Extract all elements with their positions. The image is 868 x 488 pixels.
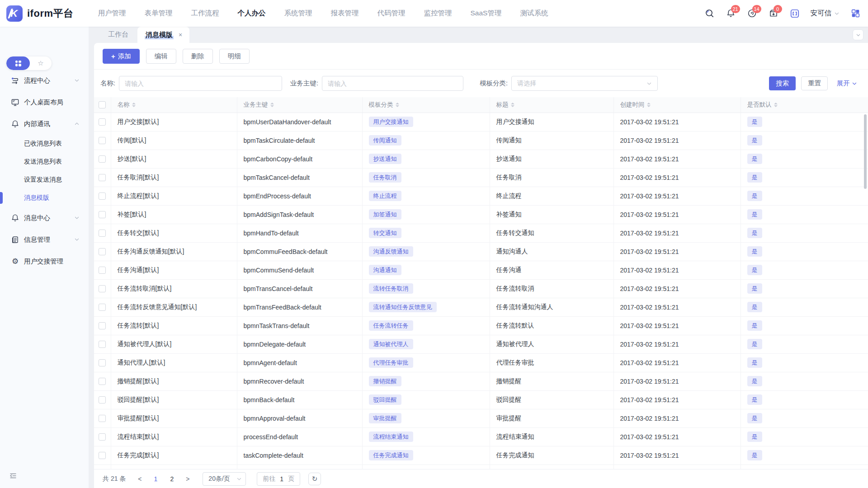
column-header-created[interactable]: 创建时间	[613, 97, 741, 113]
column-header-title[interactable]: 标题	[490, 97, 613, 113]
detail-button[interactable]: 明细	[219, 49, 250, 64]
table-row[interactable]: 通知代理人[默认] bpmnAgent-default 代理任务审批 代理任务审…	[94, 353, 868, 372]
row-checkbox[interactable]	[99, 137, 106, 144]
vertical-scrollbar[interactable]	[864, 114, 867, 189]
row-checkbox[interactable]	[99, 118, 106, 126]
table-row[interactable]: 用户交接[默认] bpmUserDataHandover-default 用户交…	[94, 113, 868, 131]
row-checkbox[interactable]	[99, 322, 106, 329]
table-row[interactable]: 任务转交[默认] bpmHandTo-default 转交通知 任务转交通知 2…	[94, 224, 868, 242]
nav-item-test-system[interactable]: 测试系统	[520, 9, 548, 18]
row-checkbox[interactable]	[99, 192, 106, 200]
edit-button[interactable]: 编辑	[146, 49, 176, 64]
select-all-checkbox[interactable]	[99, 101, 106, 108]
row-checkbox[interactable]	[99, 433, 106, 441]
page-number-1[interactable]: 1	[149, 475, 162, 483]
add-button[interactable]: + 添加	[103, 49, 140, 64]
table-row[interactable]: 任务沟通[默认] bpmCommuSend-default 沟通通知 任务沟通 …	[94, 261, 868, 279]
expand-filters-link[interactable]: 展开	[837, 79, 857, 88]
nav-item-saas-mgmt[interactable]: SaaS管理	[471, 9, 502, 18]
row-checkbox[interactable]	[99, 304, 106, 311]
table-row[interactable]: 抄送[默认] bpmCarbonCopy-default 抄送通知 抄送通知 2…	[94, 150, 868, 168]
sidebar-item-user-handover[interactable]: ⚙ 用户交接管理	[0, 250, 89, 272]
row-checkbox[interactable]	[99, 378, 106, 385]
row-checkbox[interactable]	[99, 211, 106, 218]
column-header-default[interactable]: 是否默认	[741, 97, 868, 113]
refresh-icon[interactable]: ↻	[308, 473, 321, 485]
fullscreen-icon[interactable]	[789, 8, 800, 19]
row-checkbox[interactable]	[99, 174, 106, 181]
name-filter-input[interactable]	[119, 76, 282, 91]
sidebar-item-message-template[interactable]: 消息模版	[0, 189, 89, 207]
table-row[interactable]: 撤销提醒[默认] bpmnRecover-default 撤销提醒 撤销提醒 2…	[94, 372, 868, 390]
row-checkbox[interactable]	[99, 359, 106, 366]
tab-options-button[interactable]	[853, 29, 863, 40]
sort-icon[interactable]	[511, 103, 514, 107]
category-filter-select[interactable]: 请选择	[511, 76, 658, 91]
row-checkbox[interactable]	[99, 230, 106, 237]
sort-icon[interactable]	[647, 103, 651, 107]
table-row[interactable]: 任务流转反馈意见通知[默认] bpmTransFeedBack-default …	[94, 298, 868, 316]
row-checkbox[interactable]	[99, 396, 106, 404]
nav-item-form-mgmt[interactable]: 表单管理	[145, 9, 173, 18]
nav-item-personal-office[interactable]: 个人办公	[238, 9, 266, 18]
column-header-key[interactable]: 业务主键	[237, 97, 362, 113]
collapse-sidebar-icon[interactable]	[9, 472, 17, 482]
table-row[interactable]: 补签[默认] bpmAddSignTask-default 加签通知 补签通知 …	[94, 205, 868, 224]
search-button[interactable]: 搜索	[769, 76, 796, 90]
sort-icon[interactable]	[132, 103, 136, 107]
user-menu[interactable]: 安可信	[811, 9, 840, 18]
table-row[interactable]: 审批提醒[默认] bpmnApproval-default 审批提醒 审批提醒 …	[94, 409, 868, 427]
sidebar-item-internal-comm[interactable]: 内部通讯	[0, 113, 89, 135]
table-row[interactable]: 传阅[默认] bpmTaskCirculate-default 传阅通知 传阅通…	[94, 131, 868, 150]
table-row[interactable]: 终止流程[默认] bpmEndProcess-default 终止流程 终止流程…	[94, 187, 868, 205]
page-number-2[interactable]: 2	[165, 475, 178, 483]
close-icon[interactable]: ×	[179, 31, 182, 38]
sidebar-item-process-center[interactable]: 流程中心	[0, 70, 89, 91]
table-row[interactable]: 任务流转取消[默认] bpmTransCancel-default 流转任务取消…	[94, 279, 868, 298]
row-checkbox[interactable]	[99, 341, 106, 348]
favorites-view-button[interactable]: ☆	[30, 56, 52, 70]
sidebar-item-message-center[interactable]: 消息中心	[0, 207, 89, 229]
row-checkbox[interactable]	[99, 155, 106, 163]
nav-item-monitor-mgmt[interactable]: 监控管理	[424, 9, 452, 18]
next-page-button[interactable]: >	[182, 475, 193, 483]
broadcast-icon[interactable]: 14	[747, 8, 758, 19]
table-row[interactable]: 任务流转[默认] bpmnTaskTrans-default 任务流转任务 任务…	[94, 316, 868, 335]
nav-item-report-mgmt[interactable]: 报表管理	[331, 9, 359, 18]
sort-icon[interactable]	[774, 103, 778, 107]
nav-item-code-mgmt[interactable]: 代码管理	[377, 9, 406, 18]
goto-page-input[interactable]: 1	[280, 475, 283, 483]
column-header-category[interactable]: 模板分类	[362, 97, 490, 113]
row-checkbox[interactable]	[99, 452, 106, 459]
sidebar-item-received-messages[interactable]: 已收消息列表	[0, 135, 89, 153]
goto-page-box[interactable]: 前往 1 页	[257, 472, 300, 486]
app-logo[interactable]: K	[6, 5, 23, 22]
nav-item-workflow[interactable]: 工作流程	[191, 9, 219, 18]
column-header-name[interactable]: 名称	[111, 97, 237, 113]
table-row-clipped[interactable]	[94, 465, 868, 469]
table-row[interactable]: 通知被代理人[默认] bpmnDelegate-default 通知被代理人 通…	[94, 335, 868, 353]
key-filter-input[interactable]	[322, 76, 463, 91]
reset-button[interactable]: 重置	[801, 76, 828, 90]
sidebar-item-desktop-layout[interactable]: 个人桌面布局	[0, 91, 89, 113]
nav-item-user-mgmt[interactable]: 用户管理	[98, 9, 126, 18]
mail-icon[interactable]: 0	[768, 8, 779, 19]
table-row[interactable]: 流程结束[默认] processEnd-default 流程结束通知 流程结束通…	[94, 427, 868, 446]
tab-message-template[interactable]: 消息模版 ×	[137, 27, 189, 43]
sidebar-item-sent-messages[interactable]: 发送消息列表	[0, 153, 89, 171]
page-size-select[interactable]: 20条/页	[203, 472, 246, 486]
row-checkbox[interactable]	[99, 285, 106, 292]
sidebar-item-send-settings[interactable]: 设置发送消息	[0, 171, 89, 189]
row-checkbox[interactable]	[99, 248, 106, 255]
tab-workbench[interactable]: 工作台	[108, 30, 128, 43]
sidebar-item-info-mgmt[interactable]: 信息管理	[0, 229, 89, 250]
row-checkbox[interactable]	[99, 267, 106, 274]
prev-page-button[interactable]: <	[134, 475, 146, 483]
table-row[interactable]: 任务取消[默认] bpmTaskCancel-default 任务取消 任务取消…	[94, 168, 868, 187]
search-icon[interactable]	[704, 8, 715, 19]
menu-view-button[interactable]	[6, 56, 30, 70]
app-grid-icon[interactable]	[850, 8, 861, 19]
nav-item-system-mgmt[interactable]: 系统管理	[284, 9, 312, 18]
notifications-bell-icon[interactable]: 21	[726, 8, 736, 19]
table-row[interactable]: 任务完成[默认] taskComplete-default 任务完成通知 任务完…	[94, 446, 868, 465]
